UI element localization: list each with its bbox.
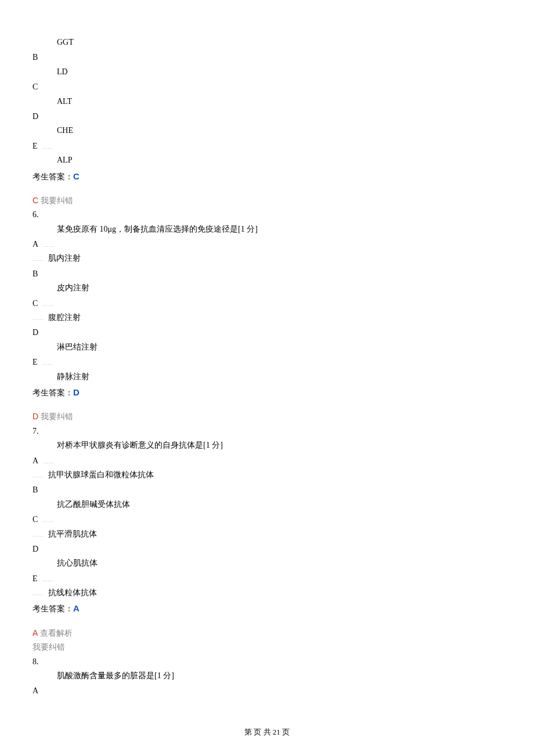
q7-correct-line: A 查看解析: [33, 627, 501, 640]
q7-correct-letter: A: [33, 628, 38, 638]
dots-icon: ……: [42, 144, 53, 150]
q5-option-c-text: LD: [57, 66, 501, 78]
q8-option-a-letter: A: [33, 685, 501, 697]
q7-option-e-letter: E……: [33, 573, 501, 585]
dots-icon: ……: [42, 360, 53, 366]
q5-option-b-letter: B: [33, 51, 501, 64]
q7-number: 7.: [33, 425, 501, 438]
q7-answer-value: A: [73, 603, 80, 613]
q5-option-e-letter: E……: [33, 140, 501, 153]
q7-text: 对桥本甲状腺炎有诊断意义的自身抗体是[1 分]: [57, 439, 501, 452]
dots-icon: ……: [42, 301, 53, 307]
q8-text: 肌酸激酶含量最多的脏器是[1 分]: [57, 669, 501, 682]
q6-option-c-text: ……腹腔注射: [57, 311, 501, 324]
q8-number: 8.: [33, 656, 501, 668]
q5-after-text: ALP: [57, 154, 501, 167]
q6-correct-line: D 我要纠错: [33, 410, 501, 423]
dots-icon: ……: [33, 591, 44, 596]
q7-option-a-text: ……抗甲状腺球蛋白和微粒体抗体: [57, 469, 501, 481]
q7-option-b-letter: B: [33, 484, 501, 496]
dots-icon: ……: [43, 242, 54, 248]
report-error-link[interactable]: 我要纠错: [38, 196, 73, 205]
dots-icon: ……: [33, 256, 44, 262]
q7-option-c-letter: C……: [33, 513, 501, 526]
dots-icon: ……: [33, 315, 44, 321]
dots-icon: ……: [43, 459, 54, 465]
report-error-link[interactable]: 我要纠错: [33, 641, 501, 654]
dots-icon: ……: [33, 532, 44, 538]
q5-option-b-text: GGT: [57, 36, 501, 49]
answer-label: 考生答案：: [33, 604, 73, 613]
q7-option-d-text: 抗心肌抗体: [57, 557, 501, 570]
q6-correct-letter: D: [33, 412, 38, 421]
q6-answer-value: D: [73, 387, 80, 397]
q7-answer-line: 考生答案：A: [33, 602, 501, 615]
q6-option-d-letter: D: [33, 326, 501, 339]
dots-icon: ……: [33, 473, 44, 478]
q7-option-e-text: ……抗线粒体抗体: [57, 586, 501, 599]
page-footer: 第 页 共 21 页: [0, 726, 534, 739]
q5-correct-line: C 我要纠错: [33, 194, 501, 207]
q6-option-e-text: 静脉注射: [57, 370, 501, 383]
view-analysis-link[interactable]: 查看解析: [38, 629, 73, 638]
q6-option-a-letter: A……: [33, 238, 501, 251]
report-error-link[interactable]: 我要纠错: [38, 412, 73, 421]
q5-answer-value: C: [73, 171, 80, 181]
q5-correct-letter: C: [33, 196, 38, 205]
q6-option-c-letter: C……: [33, 297, 501, 310]
answer-label: 考生答案：: [33, 172, 73, 181]
q6-option-e-letter: E……: [33, 356, 501, 369]
dots-icon: ……: [42, 517, 53, 523]
q5-answer-line: 考生答案：C: [33, 170, 501, 183]
q6-answer-line: 考生答案：D: [33, 386, 501, 399]
q5-option-c-letter: C: [33, 81, 501, 93]
q7-option-a-letter: A……: [33, 455, 501, 467]
q6-number: 6.: [33, 208, 501, 221]
q6-option-a-text: ……肌内注射: [57, 252, 501, 265]
q7-option-d-letter: D: [33, 543, 501, 556]
q6-option-b-letter: B: [33, 268, 501, 280]
q5-option-e-text: CHE: [57, 124, 501, 137]
q5-option-d-text: ALT: [57, 95, 501, 108]
q5-option-d-letter: D: [33, 110, 501, 123]
q6-option-b-text: 皮内注射: [57, 282, 501, 294]
q6-option-d-text: 淋巴结注射: [57, 341, 501, 354]
q6-text: 某免疫原有 10μg，制备抗血清应选择的免疫途径是[1 分]: [57, 223, 501, 236]
q7-option-c-text: ……抗平滑肌抗体: [57, 528, 501, 541]
dots-icon: ……: [42, 577, 53, 582]
answer-label: 考生答案：: [33, 388, 73, 397]
q7-option-b-text: 抗乙酰胆碱受体抗体: [57, 498, 501, 511]
